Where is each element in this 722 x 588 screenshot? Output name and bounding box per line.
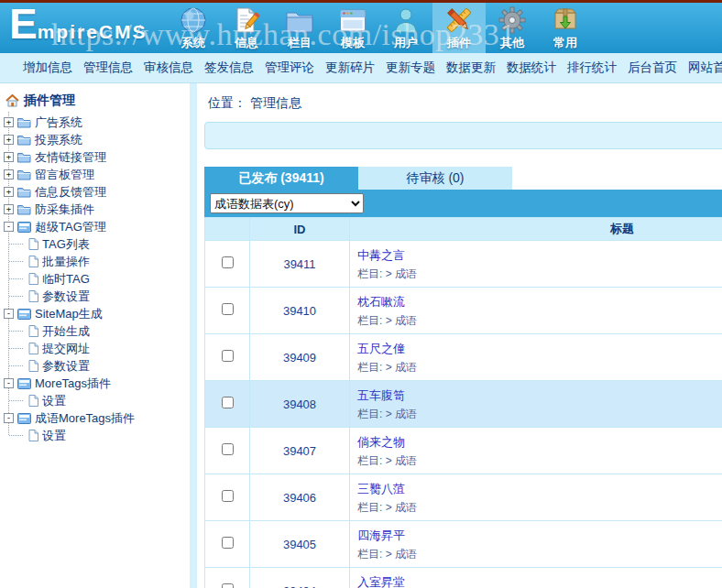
- row-category: 栏目: > 成语: [357, 313, 722, 329]
- menu-item[interactable]: 审核信息: [144, 60, 193, 76]
- empirecms-admin: EmpireCMS 系统 信息 栏目: [0, 0, 722, 588]
- tree-item-label: SiteMap生成: [35, 306, 103, 322]
- menu-item[interactable]: 更新碎片: [325, 60, 375, 76]
- breadcrumb: 位置： 管理信息: [197, 83, 722, 112]
- folder-icon: [17, 169, 31, 180]
- nav-item-plugin[interactable]: 插件: [432, 3, 486, 53]
- tree-item[interactable]: - 超级TAG管理: [0, 218, 190, 235]
- row-title-link[interactable]: 枕石嗽流: [357, 294, 405, 310]
- tree-toggle-icon[interactable]: -: [4, 413, 14, 423]
- user-icon: [393, 5, 419, 36]
- panel-icon: [17, 378, 31, 389]
- row-id: 39406: [283, 491, 316, 505]
- row-title-link[interactable]: 五尺之僮: [357, 341, 405, 357]
- gear-icon: [498, 5, 526, 36]
- nav-item-info[interactable]: 信息: [220, 3, 273, 53]
- nav-item-template[interactable]: 模板: [326, 3, 379, 53]
- tree-item[interactable]: + 信息反馈管理: [0, 183, 190, 201]
- breadcrumb-link-manage-info[interactable]: 管理信息: [250, 95, 301, 110]
- tree-item[interactable]: 提交网址: [0, 340, 190, 357]
- tree-toggle-icon[interactable]: +: [4, 135, 14, 145]
- tree-item[interactable]: 开始生成: [0, 322, 190, 340]
- row-checkbox[interactable]: [222, 303, 234, 315]
- tree-item[interactable]: + 留言板管理: [0, 166, 190, 183]
- tree-item-label: 广告系统: [35, 114, 82, 131]
- menu-item[interactable]: 后台首页: [628, 60, 677, 76]
- tree-item[interactable]: 参数设置: [0, 288, 190, 305]
- row-id: 39411: [283, 257, 315, 271]
- file-icon: [28, 395, 38, 407]
- menu-item[interactable]: 更新专题: [386, 60, 435, 76]
- tree-item[interactable]: - 成语MoreTags插件: [0, 409, 190, 427]
- menu-item[interactable]: 签发信息: [204, 60, 254, 76]
- tree-item[interactable]: 参数设置: [0, 357, 190, 375]
- tree-item-label: 超级TAG管理: [35, 219, 106, 235]
- menu-item[interactable]: 管理信息: [83, 60, 133, 76]
- row-title-link[interactable]: 五车腹笥: [357, 387, 405, 404]
- nav-item-common[interactable]: 常用: [539, 3, 592, 53]
- tree-toggle-icon[interactable]: +: [4, 169, 14, 180]
- row-id: 39408: [283, 397, 316, 411]
- row-checkbox[interactable]: [222, 256, 234, 268]
- tree-toggle-icon[interactable]: -: [4, 309, 14, 319]
- tree-item[interactable]: + 防采集插件: [0, 201, 190, 218]
- tree-item[interactable]: + 友情链接管理: [0, 148, 190, 166]
- tree-item[interactable]: - SiteMap生成: [0, 305, 190, 322]
- menu-item[interactable]: 排行统计: [567, 60, 617, 76]
- row-checkbox[interactable]: [222, 490, 234, 502]
- tree-toggle-icon[interactable]: +: [4, 204, 14, 214]
- tree-item[interactable]: + 投票系统: [0, 131, 190, 148]
- tree-item-label: 设置: [42, 393, 66, 409]
- tree-item[interactable]: + 广告系统: [0, 114, 190, 131]
- window-icon: [339, 5, 366, 36]
- row-title-link[interactable]: 倘来之物: [357, 434, 405, 451]
- tree-toggle-icon[interactable]: +: [4, 152, 14, 162]
- tree-item-label: MoreTags插件: [35, 376, 111, 392]
- nav-item-other[interactable]: 其他: [486, 3, 539, 53]
- menu-item[interactable]: 数据统计: [507, 60, 556, 76]
- tree-item[interactable]: TAG列表: [0, 235, 190, 253]
- tree-toggle-icon[interactable]: -: [4, 378, 14, 388]
- menu-item[interactable]: 数据更新: [446, 60, 496, 76]
- row-checkbox[interactable]: [222, 397, 234, 408]
- sidebar-root-plugin-manage[interactable]: 插件管理: [0, 91, 190, 114]
- folder-icon: [17, 187, 31, 198]
- tree-item[interactable]: - MoreTags插件: [0, 375, 190, 392]
- nav-item-system[interactable]: 系统: [167, 3, 220, 53]
- row-title-link[interactable]: 入室昇堂: [357, 574, 405, 588]
- tree-item-label: 临时TAG: [42, 271, 90, 288]
- datatable-select[interactable]: 成语数据表(cy): [210, 193, 364, 213]
- tree-item[interactable]: 临时TAG: [0, 270, 190, 288]
- tree-item[interactable]: 设置: [0, 392, 190, 409]
- tree-item[interactable]: 设置: [0, 427, 190, 444]
- menu-item[interactable]: 管理评论: [265, 60, 314, 76]
- sidebar-divider: [190, 83, 197, 588]
- file-icon: [28, 343, 38, 354]
- row-title-link[interactable]: 三臡八菹: [357, 481, 405, 497]
- row-checkbox[interactable]: [222, 443, 234, 455]
- tree-toggle-icon[interactable]: +: [4, 117, 14, 127]
- column-checkbox: [205, 218, 250, 241]
- tab-pending-review[interactable]: 待审核 (0): [358, 167, 512, 190]
- row-title-link[interactable]: 四海昇平: [357, 528, 405, 544]
- row-id: 39410: [283, 304, 316, 318]
- tab-published[interactable]: 已发布 (39411): [204, 167, 358, 190]
- row-category: 栏目: > 成语: [357, 453, 722, 469]
- nav-item-user[interactable]: 用户: [379, 3, 432, 53]
- logo-text: mpireCMS: [38, 22, 148, 41]
- nav-item-column[interactable]: 栏目: [273, 3, 326, 53]
- menu-item[interactable]: 增加信息: [23, 60, 72, 76]
- tree-item[interactable]: 批量操作: [0, 253, 190, 270]
- tree-toggle-icon[interactable]: +: [4, 187, 14, 197]
- filter-bar[interactable]: [204, 122, 722, 149]
- nav-item-label: 栏目: [288, 36, 312, 50]
- row-checkbox[interactable]: [222, 350, 234, 362]
- tree-toggle-icon[interactable]: -: [4, 222, 14, 232]
- row-title-link[interactable]: 中冓之言: [357, 247, 405, 264]
- table-row: 39408 五车腹笥 栏目: > 成语: [205, 381, 722, 428]
- row-checkbox[interactable]: [222, 537, 234, 549]
- row-checkbox[interactable]: [222, 583, 234, 588]
- row-id: 39409: [283, 351, 316, 365]
- menu-item[interactable]: 网站首页: [688, 60, 722, 76]
- nav-item-label: 用户: [394, 36, 418, 50]
